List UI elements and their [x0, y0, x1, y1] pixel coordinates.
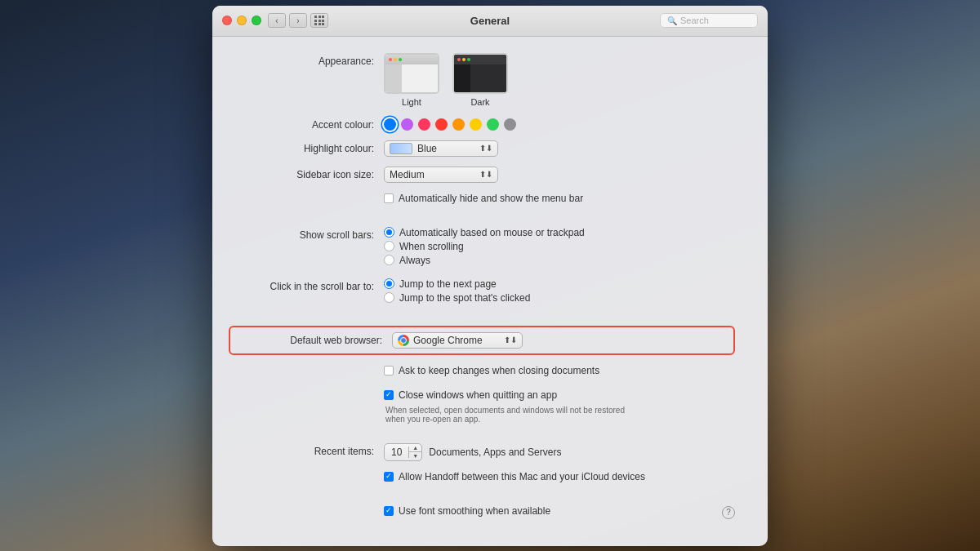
close-windows-label — [229, 389, 384, 392]
highlight-colour-value: Blue — [417, 143, 476, 154]
font-smoothing-checkbox[interactable] — [384, 506, 394, 516]
window-title: General — [470, 15, 510, 27]
close-button[interactable] — [222, 16, 232, 25]
recent-items-value: 10 — [385, 447, 409, 458]
scroll-auto-label: Automatically based on mouse or trackpad — [399, 227, 585, 238]
ask-keep-label — [229, 365, 384, 367]
grid-icon — [314, 16, 324, 25]
scroll-scrolling-radio[interactable] — [384, 241, 394, 251]
handoff-checkbox[interactable] — [384, 472, 394, 482]
click-spot-row: Jump to the spot that's clicked — [384, 292, 530, 304]
appearance-row: Appearance: — [229, 53, 735, 107]
highlight-colour-arrow: ⬆⬇ — [479, 144, 492, 153]
chrome-icon — [398, 335, 409, 346]
recent-items-stepper[interactable]: 10 ▲ ▼ — [384, 443, 422, 461]
accent-pink[interactable] — [418, 118, 430, 131]
help-button[interactable]: ? — [722, 506, 735, 519]
scroll-scrolling-row: When scrolling — [384, 241, 464, 252]
browser-arrow: ⬆⬇ — [504, 335, 517, 344]
settings-content: Appearance: — [212, 37, 768, 546]
menu-bar-checkbox[interactable] — [384, 193, 394, 203]
accent-blue[interactable] — [384, 118, 396, 131]
ask-keep-control: Ask to keep changes when closing documen… — [384, 365, 735, 380]
scroll-bars-label: Show scroll bars: — [229, 227, 384, 241]
click-next-page-label: Jump to the next page — [399, 278, 497, 290]
close-windows-checkbox-label: Close windows when quitting an app — [399, 389, 557, 401]
close-windows-row: Close windows when quitting an app When … — [229, 389, 735, 424]
menu-bar-control: Automatically hide and show the menu bar — [384, 193, 735, 207]
spacer-1 — [229, 217, 735, 227]
sidebar-icon-size-arrow: ⬆⬇ — [479, 170, 492, 179]
handoff-checkbox-label: Allow Handoff between this Mac and your … — [399, 471, 645, 482]
minimize-button[interactable] — [237, 16, 247, 25]
accent-colour-row: Accent colour: — [229, 117, 735, 131]
traffic-lights — [222, 16, 261, 25]
scroll-always-radio[interactable] — [384, 255, 394, 265]
menu-bar-checkbox-label: Automatically hide and show the menu bar — [399, 193, 583, 204]
grid-button[interactable] — [310, 13, 328, 28]
accent-graphite[interactable] — [504, 118, 516, 131]
forward-button[interactable]: › — [289, 13, 307, 28]
menu-bar-row: Automatically hide and show the menu bar — [229, 193, 735, 207]
ask-keep-row: Ask to keep changes when closing documen… — [229, 365, 735, 380]
accent-orange[interactable] — [452, 118, 465, 131]
ask-keep-checkbox[interactable] — [384, 366, 394, 375]
accent-green[interactable] — [487, 118, 499, 131]
sidebar-icon-size-label: Sidebar icon size: — [229, 167, 384, 180]
accent-colour-control — [384, 117, 735, 131]
accent-yellow[interactable] — [470, 118, 482, 131]
highlight-colour-control: Blue ⬆⬇ — [384, 140, 735, 157]
search-box[interactable]: 🔍 Search — [660, 13, 758, 28]
click-spot-radio[interactable] — [384, 292, 394, 303]
accent-red[interactable] — [435, 118, 448, 131]
menu-bar-label — [229, 193, 384, 195]
click-next-page-radio[interactable] — [384, 278, 394, 289]
stepper-down-button[interactable]: ▼ — [409, 452, 421, 460]
recent-items-row: Recent items: 10 ▲ ▼ Documents, Apps and… — [229, 443, 735, 461]
spacer-3 — [229, 433, 735, 443]
handoff-checkbox-row: Allow Handoff between this Mac and your … — [384, 471, 645, 482]
accent-colour-label: Accent colour: — [229, 117, 384, 131]
close-windows-control: Close windows when quitting an app When … — [384, 389, 735, 424]
scroll-always-label: Always — [399, 255, 430, 266]
recent-items-suffix: Documents, Apps and Servers — [429, 447, 561, 458]
close-windows-checkbox[interactable] — [384, 390, 394, 400]
scroll-auto-row: Automatically based on mouse or trackpad — [384, 227, 585, 238]
font-smoothing-row: Use font smoothing when available ? — [229, 505, 735, 520]
scroll-auto-radio[interactable] — [384, 227, 394, 238]
stepper-up-button[interactable]: ▲ — [409, 444, 421, 453]
browser-dropdown[interactable]: Google Chrome ⬆⬇ — [392, 332, 523, 349]
click-scroll-label: Click in the scroll bar to: — [229, 278, 384, 292]
close-windows-checkbox-row: Close windows when quitting an app — [384, 389, 557, 401]
spacer-4 — [229, 495, 735, 505]
nav-buttons: ‹ › — [268, 13, 307, 28]
font-smoothing-control: Use font smoothing when available ? — [384, 505, 735, 520]
highlight-colour-row: Highlight colour: Blue ⬆⬇ — [229, 140, 735, 157]
click-scroll-control: Jump to the next page Jump to the spot t… — [384, 278, 735, 306]
click-next-page-row: Jump to the next page — [384, 278, 497, 290]
light-thumb — [384, 53, 439, 94]
search-placeholder: Search — [680, 16, 709, 25]
appearance-options: Light — [384, 53, 508, 107]
click-scroll-row: Click in the scroll bar to: Jump to the … — [229, 278, 735, 306]
sidebar-icon-size-row: Sidebar icon size: Medium ⬆⬇ — [229, 167, 735, 183]
scroll-always-row: Always — [384, 255, 430, 266]
dark-option[interactable]: Dark — [452, 53, 508, 107]
maximize-button[interactable] — [252, 16, 261, 25]
browser-label: Default web browser: — [237, 335, 392, 346]
highlight-colour-dropdown[interactable]: Blue ⬆⬇ — [384, 140, 498, 157]
ask-keep-checkbox-label: Ask to keep changes when closing documen… — [399, 365, 599, 376]
browser-row-container: Default web browser: Google Chrome ⬆⬇ — [229, 326, 735, 355]
recent-items-label: Recent items: — [229, 443, 384, 457]
light-option[interactable]: Light — [384, 53, 439, 107]
back-button[interactable]: ‹ — [268, 13, 286, 28]
dark-label: Dark — [470, 97, 489, 107]
scroll-scrolling-label: When scrolling — [399, 241, 464, 252]
dark-thumb — [452, 53, 508, 94]
close-windows-subtext: When selected, open documents and window… — [385, 406, 625, 424]
scroll-bars-row: Show scroll bars: Automatically based on… — [229, 227, 735, 269]
highlight-colour-label: Highlight colour: — [229, 140, 384, 154]
sidebar-icon-size-dropdown[interactable]: Medium ⬆⬇ — [384, 167, 498, 183]
accent-purple[interactable] — [401, 118, 413, 131]
sidebar-icon-size-control: Medium ⬆⬇ — [384, 167, 735, 183]
